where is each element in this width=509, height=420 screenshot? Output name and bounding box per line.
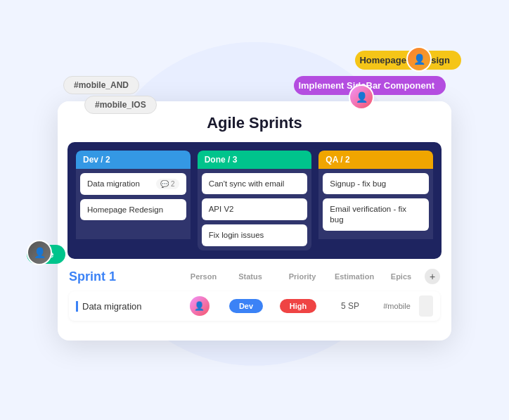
col-label-epics: Epics: [382, 272, 420, 281]
status-pill-dev: Dev: [229, 299, 263, 313]
badge-homepage-label: Homepage Redesign: [359, 55, 450, 65]
col-done-header: Done / 3: [198, 151, 312, 169]
kanban-card-text: API V2: [209, 204, 234, 215]
col-label-person: Person: [184, 272, 223, 281]
main-card: Agile Sprints Dev / 2 Data migration 💬 2…: [58, 101, 451, 341]
kanban-card[interactable]: Homepage Redesign: [80, 199, 186, 221]
comment-icon: 💬: [160, 180, 169, 188]
kanban-card[interactable]: API V2: [202, 198, 308, 220]
tag-mobile-ios: #mobile_IOS: [84, 96, 157, 114]
avatar-left: 👤: [27, 240, 52, 265]
tag-mobile-and: #mobile_AND: [63, 76, 139, 94]
epics-value: #mobile: [383, 302, 411, 310]
kanban-column-qa: QA / 2 Signup - fix bug Email verificati…: [318, 151, 433, 251]
kanban-card-text: Data migration: [87, 179, 140, 189]
add-sprint-button[interactable]: +: [425, 269, 440, 284]
sprint-column-labels: Person Status Priority Estimation Epics: [184, 272, 420, 281]
comment-badge: 💬 2: [156, 179, 179, 189]
kanban-board: Dev / 2 Data migration 💬 2 Homepage Rede…: [67, 142, 442, 260]
sprint-row-name: Data migration: [76, 301, 177, 312]
kanban-card[interactable]: Fix login issues: [202, 224, 308, 246]
col-qa-header: QA / 2: [318, 151, 433, 169]
kanban-column-done: Done / 3 Can't sync with email API V2 Fi…: [198, 151, 312, 251]
col-label-status: Status: [226, 272, 275, 281]
priority-pill-high: High: [280, 299, 316, 313]
col-dev-header: Dev / 2: [76, 151, 191, 169]
avatar-top-right: 👤: [406, 46, 432, 72]
person-avatar: 👤: [190, 296, 210, 316]
estimation-value: 5 SP: [341, 301, 359, 311]
kanban-card-text: Can't sync with email: [209, 179, 285, 189]
kanban-card[interactable]: Data migration 💬 2: [80, 173, 186, 195]
kanban-card-text: Fix login issues: [209, 230, 264, 241]
sprint-row-estimation: 5 SP: [326, 301, 375, 311]
sprint-row-person: 👤: [180, 296, 219, 316]
sprint-section: Sprint 1 Person Status Priority Estimati…: [58, 269, 451, 332]
kanban-card-text: Email verification - fix bug: [330, 204, 422, 225]
kanban-card[interactable]: Can't sync with email: [202, 173, 308, 195]
sprint-row-scroll: [419, 295, 433, 317]
kanban-column-dev: Dev / 2 Data migration 💬 2 Homepage Rede…: [76, 151, 191, 251]
comment-count: 2: [171, 180, 175, 188]
sprint-row-priority[interactable]: High: [273, 299, 323, 313]
sprint-title: Sprint 1: [69, 269, 116, 284]
kanban-card[interactable]: Signup - fix bug: [323, 173, 429, 195]
sprint-row-epics: #mobile: [378, 302, 416, 310]
sprint-row: Data migration 👤 Dev High 5 SP #mobile: [69, 291, 440, 321]
kanban-card-text: Signup - fix bug: [330, 179, 386, 189]
col-done-body: Can't sync with email API V2 Fix login i…: [198, 169, 312, 251]
col-qa-body: Signup - fix bug Email verification - fi…: [318, 169, 433, 239]
card-title: Agile Sprints: [72, 114, 437, 132]
col-label-estimation: Estimation: [330, 272, 379, 281]
sprint-row-status[interactable]: Dev: [221, 299, 271, 313]
sprint-header: Sprint 1 Person Status Priority Estimati…: [69, 269, 440, 284]
col-label-priority: Priority: [278, 272, 327, 281]
kanban-card[interactable]: Email verification - fix bug: [323, 198, 429, 231]
kanban-card-text: Homepage Redesign: [87, 205, 163, 215]
avatar-middle: 👤: [349, 84, 374, 110]
col-dev-body: Data migration 💬 2 Homepage Redesign: [76, 169, 191, 239]
